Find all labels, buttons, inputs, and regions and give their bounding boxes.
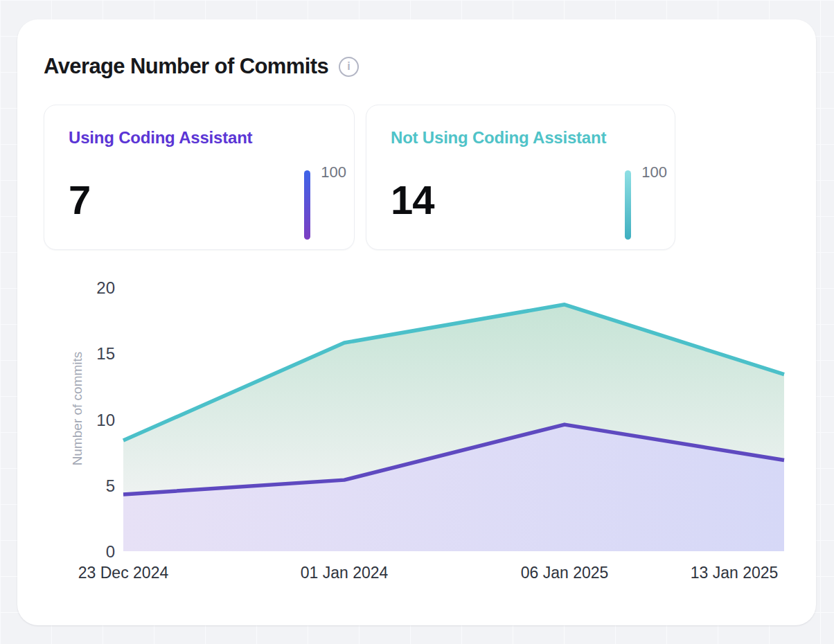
svg-text:5: 5 bbox=[106, 476, 115, 495]
stat-label: Not Using Coding Assistant bbox=[391, 128, 650, 147]
stat-label: Using Coding Assistant bbox=[69, 128, 330, 147]
panel-header: Average Number of Commits i bbox=[44, 54, 359, 79]
chart-canvas[interactable]: 0510152023 Dec 202401 Jan 202406 Jan 202… bbox=[17, 269, 816, 601]
stat-value: 7 bbox=[69, 177, 90, 223]
svg-text:20: 20 bbox=[96, 278, 115, 297]
svg-text:10: 10 bbox=[96, 411, 115, 429]
stat-card-using-assistant: Using Coding Assistant 7 100 bbox=[44, 105, 355, 250]
svg-text:15: 15 bbox=[96, 344, 115, 363]
svg-text:0: 0 bbox=[106, 542, 115, 561]
gauge-max-label: 100 bbox=[321, 163, 346, 181]
stat-gauge: 100 bbox=[625, 163, 667, 240]
info-icon[interactable]: i bbox=[339, 57, 359, 77]
commits-panel: Average Number of Commits i Using Coding… bbox=[17, 19, 816, 625]
gauge-bar bbox=[625, 170, 631, 240]
stat-card-not-using-assistant: Not Using Coding Assistant 14 100 bbox=[366, 105, 675, 250]
stat-value: 14 bbox=[391, 177, 434, 223]
svg-text:13 Jan 2025: 13 Jan 2025 bbox=[691, 564, 779, 582]
stats-row: Using Coding Assistant 7 100 Not Using C… bbox=[44, 105, 675, 250]
svg-text:23 Dec 2024: 23 Dec 2024 bbox=[78, 564, 169, 582]
svg-text:01 Jan 2024: 01 Jan 2024 bbox=[301, 564, 389, 582]
svg-text:06 Jan 2025: 06 Jan 2025 bbox=[521, 564, 609, 582]
page-title: Average Number of Commits bbox=[44, 54, 328, 79]
gauge-max-label: 100 bbox=[641, 163, 667, 181]
gauge-bar bbox=[304, 170, 310, 240]
svg-text:Number of commits: Number of commits bbox=[70, 352, 85, 466]
stat-gauge: 100 bbox=[304, 163, 346, 240]
commits-chart[interactable]: 0510152023 Dec 202401 Jan 202406 Jan 202… bbox=[17, 269, 816, 601]
dashboard-page: { "header": { "title": "Average Number o… bbox=[0, 0, 834, 644]
